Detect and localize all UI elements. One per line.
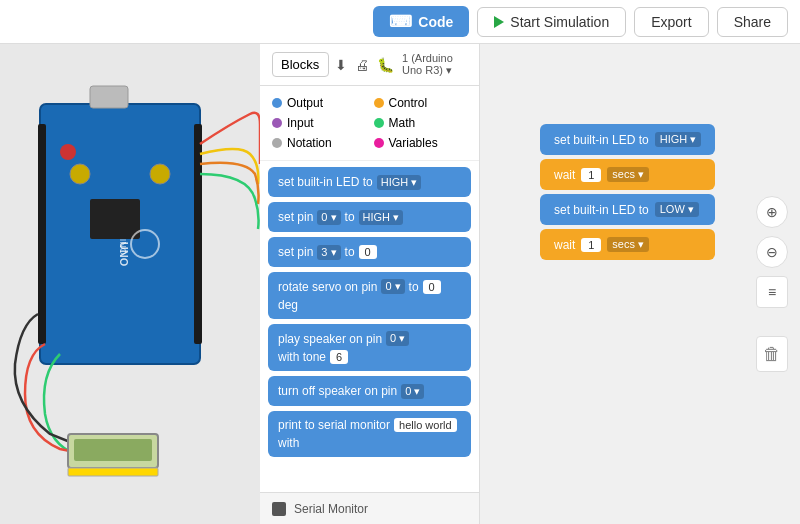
svg-rect-2 — [38, 124, 46, 344]
output-dot — [272, 98, 282, 108]
math-dot — [374, 118, 384, 128]
code-block-set-led-low[interactable]: set built-in LED to LOW ▾ — [540, 194, 715, 225]
block-set-builtin-led[interactable]: set built-in LED to HIGH ▾ — [268, 167, 471, 197]
block-to3: to — [409, 280, 419, 294]
blocks-select[interactable]: Blocks — [272, 52, 329, 77]
secs2-dropdown[interactable]: secs ▾ — [607, 237, 649, 252]
code-blocks-container: set built-in LED to HIGH ▾ wait 1 secs ▾… — [540, 124, 715, 260]
download-icon[interactable]: ⬇ — [335, 57, 347, 73]
block-play-speaker[interactable]: play speaker on pin 0 ▾ with tone 6 — [268, 324, 471, 371]
zoom-out-button[interactable]: ⊖ — [756, 236, 788, 268]
wiring-svg: ARDUINO UNO — [0, 44, 260, 524]
servo-pin-dropdown[interactable]: 0 ▾ — [381, 279, 404, 294]
variables-dot — [374, 138, 384, 148]
cat-notation-label: Notation — [287, 136, 332, 150]
svg-rect-9 — [90, 199, 140, 239]
svg-rect-13 — [68, 468, 158, 476]
block-text: print to serial monitor — [278, 418, 390, 432]
serial-monitor-label: Serial Monitor — [294, 502, 368, 516]
sim-label: Start Simulation — [510, 14, 609, 30]
canvas-area: ARDUINO UNO — [0, 44, 260, 524]
led-high-dropdown[interactable]: HIGH ▾ — [655, 132, 702, 147]
header-icons: ⬇ 🖨 🐛 1 (Arduino Uno R3) ▾ — [335, 52, 467, 77]
device-label: 1 (Arduino Uno R3) ▾ — [402, 52, 467, 77]
control-dot — [374, 98, 384, 108]
cat-output[interactable]: Output — [272, 94, 366, 112]
blocks-panel: Blocks ⬇ 🖨 🐛 1 (Arduino Uno R3) ▾ Output… — [260, 44, 480, 524]
wait1-input[interactable]: 1 — [581, 168, 601, 182]
svg-rect-12 — [74, 439, 152, 461]
cat-input-label: Input — [287, 116, 314, 130]
code-block-wait1[interactable]: wait 1 secs ▾ — [540, 159, 715, 190]
fit-button[interactable]: ≡ — [756, 276, 788, 308]
bug-icon[interactable]: 🐛 — [377, 57, 394, 73]
wait2-input[interactable]: 1 — [581, 238, 601, 252]
code-block-text: wait — [554, 238, 575, 252]
secs1-dropdown[interactable]: secs ▾ — [607, 167, 649, 182]
export-button[interactable]: Export — [634, 7, 708, 37]
code-icon: ⌨ — [389, 12, 412, 31]
svg-point-6 — [70, 164, 90, 184]
play-icon — [494, 16, 504, 28]
categories: Output Control Input Math Notation Varia… — [260, 86, 479, 161]
cat-output-label: Output — [287, 96, 323, 110]
code-button[interactable]: ⌨ Code — [373, 6, 469, 37]
high-dropdown[interactable]: HIGH ▾ — [377, 175, 422, 190]
block-set-pin-high[interactable]: set pin 0 ▾ to HIGH ▾ — [268, 202, 471, 232]
block-rotate-servo[interactable]: rotate servo on pin 0 ▾ to 0 deg — [268, 272, 471, 319]
led-low-dropdown[interactable]: LOW ▾ — [655, 202, 699, 217]
block-turn-off-speaker[interactable]: turn off speaker on pin 0 ▾ — [268, 376, 471, 406]
cat-math-label: Math — [389, 116, 416, 130]
speaker-pin-dropdown[interactable]: 0 ▾ — [386, 331, 409, 346]
zoom-in-button[interactable]: ⊕ — [756, 196, 788, 228]
pin3-dropdown[interactable]: 3 ▾ — [317, 245, 340, 260]
block-list: set built-in LED to HIGH ▾ set pin 0 ▾ t… — [260, 161, 479, 492]
blocks-header: Blocks ⬇ 🖨 🐛 1 (Arduino Uno R3) ▾ — [260, 44, 479, 86]
block-text: play speaker on pin — [278, 332, 382, 346]
code-area: set built-in LED to HIGH ▾ wait 1 secs ▾… — [480, 44, 800, 524]
block-text: set pin — [278, 210, 313, 224]
cat-variables-label: Variables — [389, 136, 438, 150]
trash-button[interactable]: 🗑 — [756, 336, 788, 372]
code-label: Code — [418, 14, 453, 30]
block-text: set pin — [278, 245, 313, 259]
svg-rect-0 — [40, 104, 200, 364]
code-block-wait2[interactable]: wait 1 secs ▾ — [540, 229, 715, 260]
print-icon[interactable]: 🖨 — [355, 57, 369, 73]
cat-input[interactable]: Input — [272, 114, 366, 132]
block-text: rotate servo on pin — [278, 280, 377, 294]
block-with-tone: with tone — [278, 350, 326, 364]
block-to2: to — [345, 245, 355, 259]
block-set-pin-value[interactable]: set pin 3 ▾ to 0 — [268, 237, 471, 267]
pin0-dropdown[interactable]: 0 ▾ — [317, 210, 340, 225]
share-button[interactable]: Share — [717, 7, 788, 37]
export-label: Export — [651, 14, 691, 30]
block-text: set built-in LED to — [278, 175, 373, 189]
tone-input[interactable]: 6 — [330, 350, 348, 364]
code-block-set-led-high[interactable]: set built-in LED to HIGH ▾ — [540, 124, 715, 155]
svg-rect-3 — [194, 124, 202, 344]
block-print-serial[interactable]: print to serial monitor hello world with — [268, 411, 471, 457]
serial-monitor-bar[interactable]: Serial Monitor — [260, 492, 479, 524]
block-deg: deg — [278, 298, 298, 312]
topbar: ⌨ Code Start Simulation Export Share — [0, 0, 800, 44]
svg-text:UNO: UNO — [118, 242, 130, 267]
speaker-off-pin-dropdown[interactable]: 0 ▾ — [401, 384, 424, 399]
high2-dropdown[interactable]: HIGH ▾ — [359, 210, 404, 225]
cat-math[interactable]: Math — [374, 114, 468, 132]
share-label: Share — [734, 14, 771, 30]
svg-point-10 — [131, 230, 159, 258]
cat-control-label: Control — [389, 96, 428, 110]
code-block-text: set built-in LED to — [554, 133, 649, 147]
code-block-text: set built-in LED to — [554, 203, 649, 217]
start-simulation-button[interactable]: Start Simulation — [477, 7, 626, 37]
serial-text-input[interactable]: hello world — [394, 418, 457, 432]
cat-control[interactable]: Control — [374, 94, 468, 112]
servo-angle-input[interactable]: 0 — [423, 280, 441, 294]
notation-dot — [272, 138, 282, 148]
pin-value-input[interactable]: 0 — [359, 245, 377, 259]
main-layout: ARDUINO UNO — [0, 44, 800, 524]
cat-notation[interactable]: Notation — [272, 134, 366, 152]
cat-variables[interactable]: Variables — [374, 134, 468, 152]
svg-rect-8 — [60, 144, 76, 160]
